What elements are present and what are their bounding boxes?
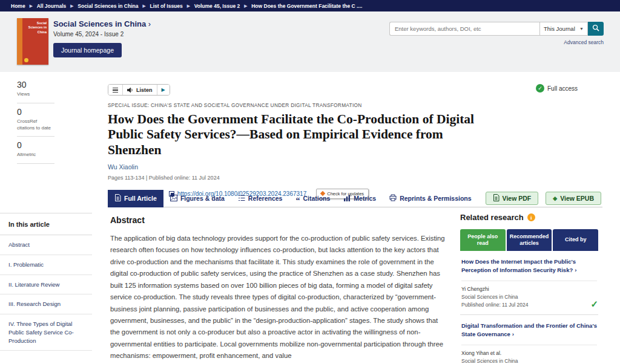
menu-icon (113, 88, 118, 93)
chevron-right-icon: › (575, 267, 576, 273)
view-epub-label: View EPUB (560, 195, 594, 202)
related-article-link[interactable]: Digital Transformation and the Frontier … (461, 322, 597, 339)
related-article-author: Xiong Yihan et al. (461, 349, 597, 357)
toc-item-abstract[interactable]: Abstract (0, 235, 92, 255)
view-pdf-button[interactable]: View PDF (486, 192, 539, 205)
journal-name: Social Sciences in China (53, 19, 146, 28)
related-article-link[interactable]: How Does the Internet Impact the Public'… (461, 258, 597, 275)
search-scope-select[interactable]: This Journal ▼ (539, 22, 588, 36)
search-bar: This Journal ▼ (389, 22, 604, 36)
abstract-text: The application of big data technology p… (110, 233, 448, 362)
metric-label: Altmetric (17, 152, 54, 158)
speaker-icon (127, 85, 134, 96)
full-access-label: Full access (547, 85, 578, 92)
tab-full-article[interactable]: Full Article (108, 190, 163, 207)
toc-item-literature-review[interactable]: II. Literature Review (0, 275, 92, 295)
related-article-meta: Xiong Yihan et al. Social Sciences in Ch… (461, 345, 597, 364)
view-pdf-label: View PDF (503, 195, 532, 202)
breadcrumb-separator-icon: ▶ (70, 4, 73, 8)
breadcrumb-item-journal[interactable]: Social Sciences in China (78, 3, 138, 9)
tab-label: Full Article (124, 195, 157, 202)
special-issue-label: SPECIAL ISSUE: CHINA'S STATE AND SOCIETA… (108, 102, 486, 108)
breadcrumb-separator-icon: ▶ (187, 4, 190, 8)
article-header: Listen ▶ SPECIAL ISSUE: CHINA'S STATE AN… (108, 80, 486, 199)
toc-heading: In this article (0, 213, 92, 235)
pdf-document-icon (493, 194, 500, 203)
chevron-down-icon: ▼ (579, 27, 584, 31)
toc-item-problematic[interactable]: I. Problematic (0, 255, 92, 275)
abstract-heading: Abstract (110, 215, 448, 225)
metric-value: 0 (17, 107, 54, 117)
journal-cover-emblem (24, 58, 28, 62)
breadcrumb-item-issue[interactable]: Volume 45, Issue 2 (194, 3, 240, 9)
toc-item-three-types[interactable]: IV. Three Types of Digital Public Safety… (0, 314, 92, 351)
tab-people-also-read[interactable]: People also read (460, 229, 506, 251)
breadcrumb-separator-icon: ▶ (244, 4, 247, 8)
advanced-search-link[interactable]: Advanced search (564, 39, 604, 45)
breadcrumb: Home ▶ All Journals ▶ Social Sciences in… (0, 0, 620, 11)
chevron-right-icon: › (512, 331, 514, 337)
breadcrumb-item-home[interactable]: Home (11, 3, 25, 9)
breadcrumb-item-current-article: How Does the Government Facilitate the C… (251, 3, 362, 9)
listen-button[interactable]: Listen (123, 85, 157, 95)
toc-item-research-design[interactable]: III. Research Design (0, 294, 92, 314)
journal-homepage-button[interactable]: Journal homepage (53, 43, 122, 57)
volume-issue-link[interactable]: Volume 45, 2024 - Issue 2 (53, 31, 124, 37)
listen-label: Listen (136, 87, 153, 93)
printer-icon (389, 194, 397, 203)
journal-cover-image[interactable]: Social Sciences in China (17, 18, 48, 65)
tab-metrics[interactable]: Metrics (337, 190, 383, 207)
related-article-item: How Does the Internet Impact the Public'… (460, 251, 598, 315)
tab-label: References (248, 195, 283, 202)
related-research-panel: Related research i People also read Reco… (460, 213, 598, 364)
search-button[interactable] (588, 22, 604, 36)
tab-reprints-permissions[interactable]: Reprints & Permissions (383, 190, 478, 207)
journal-header: Social Sciences in China Social Sciences… (0, 11, 620, 72)
epub-icon: ◆ (553, 195, 557, 201)
bar-chart-icon (343, 195, 351, 203)
related-article-published: Published online: 11 Jul 2024 (461, 301, 597, 309)
metric-value: 0 (17, 140, 54, 150)
related-article-author: Yi Chengzhi (461, 285, 597, 293)
metric-value: 30 (17, 80, 54, 89)
tab-citations[interactable]: “ Citations (289, 190, 337, 207)
tab-label: Figures & data (180, 195, 225, 202)
chevron-right-icon: › (148, 19, 151, 28)
play-button[interactable]: ▶ (157, 85, 170, 95)
related-article-title: Digital Transformation and the Frontier … (461, 322, 597, 337)
journal-name-link[interactable]: Social Sciences in China › (53, 19, 151, 28)
journal-cover-spine (17, 18, 22, 65)
breadcrumb-separator-icon: ▶ (30, 4, 33, 8)
metric-altmetric: 0 Altmetric (17, 137, 54, 164)
tab-references[interactable]: References (231, 190, 289, 207)
article-tab-bar: Full Article Figures & data References “… (108, 190, 602, 207)
view-epub-button[interactable]: ◆ View EPUB (546, 192, 601, 205)
breadcrumb-item-list-of-issues[interactable]: List of Issues (150, 3, 182, 9)
author-link[interactable]: Wu Xiaolin (108, 163, 138, 171)
tab-label: Reprints & Permissions (400, 195, 471, 202)
related-research-tabs: People also read Recommended articles Ci… (460, 229, 598, 251)
check-circle-icon: ✓ (536, 84, 544, 93)
tab-recommended-articles[interactable]: Recommended articles (507, 229, 552, 251)
listen-menu-button[interactable] (108, 85, 123, 95)
related-article-title: How Does the Internet Impact the Public'… (461, 258, 576, 273)
search-scope-value: This Journal (544, 25, 575, 32)
tab-cited-by[interactable]: Cited by (553, 229, 598, 251)
access-check-icon: ✓ (590, 299, 598, 310)
full-access-badge: ✓ Full access (536, 84, 578, 93)
related-article-meta: Yi Chengzhi Social Sciences in China Pub… (461, 281, 597, 310)
info-icon[interactable]: i (527, 213, 535, 221)
search-input[interactable] (389, 22, 539, 36)
document-icon (114, 194, 121, 203)
breadcrumb-item-all-journals[interactable]: All Journals (37, 3, 67, 9)
tab-figures-data[interactable]: Figures & data (163, 190, 231, 207)
pages-published-meta: Pages 113-134 | Published online: 11 Jul… (108, 175, 486, 181)
tab-label: Metrics (354, 195, 376, 202)
related-article-source: Social Sciences in China (461, 293, 597, 301)
breadcrumb-separator-icon: ▶ (142, 4, 145, 8)
related-article-item: Digital Transformation and the Frontier … (460, 315, 598, 364)
metric-label: Views (17, 91, 54, 98)
listen-widget: Listen ▶ (108, 84, 170, 96)
article-title: How Does the Government Facilitate the C… (108, 112, 486, 157)
related-research-title: Related research (460, 213, 524, 222)
